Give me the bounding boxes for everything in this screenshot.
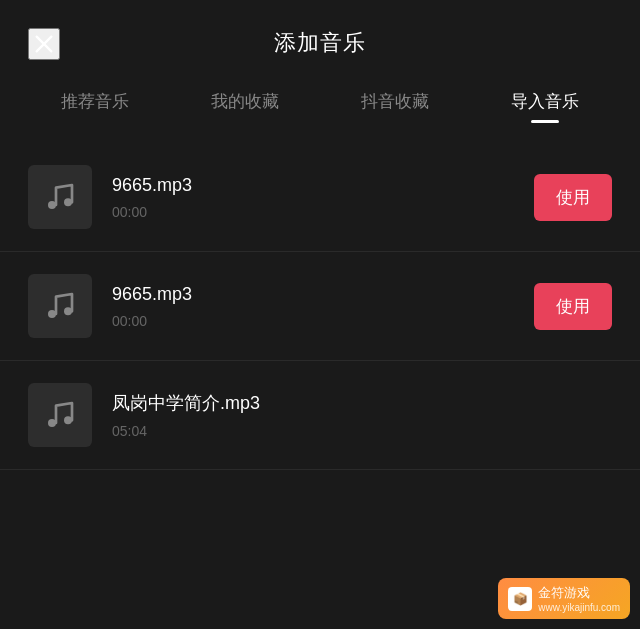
music-duration: 00:00 <box>112 313 534 329</box>
music-name: 9665.mp3 <box>112 284 534 305</box>
tab-recommend[interactable]: 推荐音乐 <box>61 90 129 123</box>
header: 添加音乐 <box>0 0 640 78</box>
music-thumbnail <box>28 274 92 338</box>
watermark: 📦 金符游戏 www.yikajinfu.com <box>498 578 630 619</box>
music-item: 9665.mp3 00:00 使用 <box>0 143 640 252</box>
music-item: 9665.mp3 00:00 使用 <box>0 252 640 361</box>
music-info: 9665.mp3 00:00 <box>112 284 534 329</box>
music-info: 凤岗中学简介.mp3 05:04 <box>112 391 612 439</box>
use-button[interactable]: 使用 <box>534 283 612 330</box>
tabs-bar: 推荐音乐 我的收藏 抖音收藏 导入音乐 <box>0 78 640 123</box>
svg-point-6 <box>48 419 56 427</box>
tab-my-collection[interactable]: 我的收藏 <box>211 90 279 123</box>
tab-douyin-collection[interactable]: 抖音收藏 <box>361 90 429 123</box>
music-name: 凤岗中学简介.mp3 <box>112 391 612 415</box>
svg-point-3 <box>64 198 72 206</box>
watermark-brand: 金符游戏 <box>538 584 620 602</box>
watermark-site: www.yikajinfu.com <box>538 602 620 613</box>
svg-point-2 <box>48 201 56 209</box>
svg-point-4 <box>48 310 56 318</box>
svg-point-7 <box>64 416 72 424</box>
music-name: 9665.mp3 <box>112 175 534 196</box>
music-duration: 00:00 <box>112 204 534 220</box>
music-thumbnail <box>28 165 92 229</box>
use-button[interactable]: 使用 <box>534 174 612 221</box>
music-duration: 05:04 <box>112 423 612 439</box>
close-button[interactable] <box>28 28 60 60</box>
tab-import[interactable]: 导入音乐 <box>511 90 579 123</box>
music-thumbnail <box>28 383 92 447</box>
svg-point-5 <box>64 307 72 315</box>
page-title: 添加音乐 <box>274 28 366 58</box>
music-item: 凤岗中学简介.mp3 05:04 <box>0 361 640 470</box>
music-info: 9665.mp3 00:00 <box>112 175 534 220</box>
watermark-content: 金符游戏 www.yikajinfu.com <box>538 584 620 613</box>
music-list: 9665.mp3 00:00 使用 9665.mp3 00:00 使用 <box>0 133 640 480</box>
watermark-icon: 📦 <box>508 587 532 611</box>
